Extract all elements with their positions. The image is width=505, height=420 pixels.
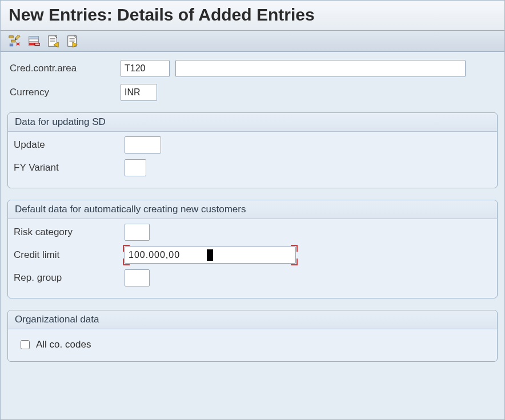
page-title: New Entries: Details of Added Entries: [9, 5, 496, 25]
label-cred-contr-area: Cred.contr.area: [10, 63, 121, 74]
toolbar: [1, 31, 504, 52]
pencil-toggle-icon: [8, 35, 21, 47]
label-update: Update: [14, 139, 125, 151]
label-credit-limit: Credit limit: [14, 249, 125, 261]
sap-window: New Entries: Details of Added Entries: [0, 0, 505, 420]
toggle-edit-button[interactable]: [6, 33, 22, 49]
credit-limit-wrap: [125, 247, 296, 264]
label-currency: Currency: [10, 87, 121, 98]
row-fy-variant: FY Variant: [11, 159, 494, 176]
row-update: Update: [11, 136, 494, 154]
group-org-title: Organizational data: [8, 310, 497, 329]
form-body: Cred.contr.area Currency Data for updati…: [1, 52, 504, 373]
label-risk-category: Risk category: [14, 227, 125, 238]
focus-corner: [291, 245, 298, 252]
group-org: Organizational data All co. codes: [7, 310, 498, 362]
label-all-co-codes: All co. codes: [36, 339, 91, 350]
group-org-body: All co. codes: [8, 329, 497, 361]
row-currency: Currency: [7, 84, 498, 101]
input-currency[interactable]: [121, 84, 157, 101]
group-default-title: Default data for automatically creating …: [8, 200, 497, 219]
titlebar: New Entries: Details of Added Entries: [1, 1, 504, 31]
next-entry-icon: [66, 35, 79, 47]
group-sd-title: Data for updating SD: [8, 113, 497, 132]
focus-corner: [123, 259, 130, 265]
text-cursor: [207, 249, 213, 261]
svg-rect-1: [11, 40, 15, 42]
previous-entry-icon: [47, 35, 59, 47]
group-sd: Data for updating SD Update FY Variant: [7, 112, 498, 188]
input-fy-variant[interactable]: [125, 159, 146, 176]
row-all-co-codes: All co. codes: [11, 334, 494, 356]
group-default: Default data for automatically creating …: [7, 200, 498, 298]
row-risk-category: Risk category: [11, 224, 494, 241]
svg-rect-0: [9, 36, 13, 38]
focus-corner: [123, 245, 130, 252]
input-cred-contr-area[interactable]: [121, 60, 170, 77]
label-rep-group: Rep. group: [14, 272, 125, 284]
focus-corner: [291, 259, 298, 265]
input-rep-group[interactable]: [125, 269, 150, 286]
previous-entry-button[interactable]: [45, 33, 61, 49]
row-cred-contr-area: Cred.contr.area: [7, 60, 498, 77]
group-default-body: Risk category Credit limit Rep. g: [8, 219, 497, 298]
row-rep-group: Rep. group: [11, 269, 494, 286]
svg-rect-3: [29, 37, 39, 39]
checkbox-all-co-codes[interactable]: [21, 340, 30, 349]
input-risk-category[interactable]: [125, 224, 150, 241]
label-fy-variant: FY Variant: [14, 162, 125, 173]
delete-button[interactable]: [26, 33, 42, 49]
display-cred-contr-area-desc: [175, 60, 466, 77]
row-credit-limit: Credit limit: [11, 247, 494, 264]
input-update[interactable]: [125, 136, 161, 154]
next-entry-button[interactable]: [65, 33, 81, 49]
group-sd-body: Update FY Variant: [8, 132, 497, 188]
delete-row-icon: [27, 35, 40, 47]
